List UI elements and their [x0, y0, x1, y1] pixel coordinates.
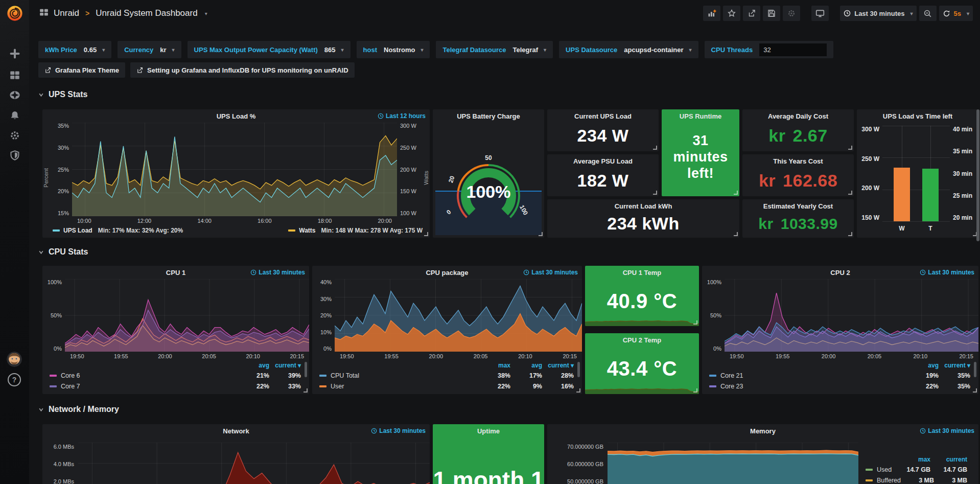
panel-title[interactable]: CPU 1	[166, 269, 185, 276]
legend-column-header[interactable]: avg	[238, 362, 269, 369]
panel-title[interactable]: Uptime	[477, 427, 500, 435]
legend-series-name[interactable]: Core 23	[709, 383, 907, 390]
panel-title[interactable]: Average PSU Load	[573, 157, 633, 165]
variable-value-dropdown[interactable]: 865▾	[324, 46, 344, 54]
panel-title[interactable]: UPS Load vs Time left	[883, 112, 952, 120]
cpu-package-chart-plot[interactable]	[335, 279, 582, 352]
memory-chart-plot[interactable]	[608, 443, 858, 484]
explore-compass-icon[interactable]	[8, 88, 21, 102]
tick-label: 4.0 MBs	[54, 461, 74, 467]
network-chart-plot[interactable]	[78, 443, 430, 484]
create-plus-icon[interactable]	[8, 47, 21, 60]
chart-legend: UPS LoadMin: 17% Max: 32% Avg: 20% Watts…	[42, 225, 430, 238]
panel-title[interactable]: Average Daily Cost	[768, 112, 828, 120]
link-ups-monitoring-guide[interactable]: Setting up Grafana and InfluxDB for UPS …	[130, 62, 355, 78]
cpu-threads-input[interactable]	[759, 43, 827, 56]
panel-time-range[interactable]: Last 12 hours	[378, 112, 426, 120]
share-button[interactable]	[743, 6, 760, 21]
cpu1-chart-plot[interactable]	[65, 279, 309, 352]
panel-title[interactable]: CPU 2 Temp	[623, 336, 662, 344]
link-grafana-plex-theme[interactable]: Grafana Plex Theme	[38, 62, 125, 78]
server-admin-shield-icon[interactable]	[8, 149, 21, 162]
time-range-picker[interactable]: Last 30 minutes ▾	[840, 6, 916, 21]
dashboard-settings-button[interactable]	[783, 6, 800, 21]
refresh-button[interactable]: 5s ▾	[939, 6, 973, 21]
user-avatar[interactable]	[7, 352, 22, 367]
zoom-out-button[interactable]	[919, 6, 937, 21]
legend-scrollbar[interactable]	[974, 362, 976, 377]
alerting-bell-icon[interactable]	[8, 109, 21, 122]
panel-title[interactable]: This Years Cost	[773, 157, 823, 165]
variable-value-dropdown[interactable]: kr▾	[160, 46, 174, 54]
add-panel-button[interactable]	[703, 6, 720, 21]
legend-swatch	[866, 469, 873, 471]
legend-swatch	[709, 385, 716, 387]
panel-title[interactable]: UPS Runtime	[680, 112, 721, 120]
panel-this-years-cost: This Years Cost kr162.68	[742, 154, 854, 196]
legend-column-header[interactable]: avg	[907, 362, 939, 369]
legend-column-header[interactable]: max	[894, 456, 930, 463]
panel-title[interactable]: UPS Load %	[217, 112, 256, 120]
variable-value-dropdown[interactable]: Nostromo▾	[384, 46, 423, 54]
tick-label: 200 W	[400, 167, 416, 173]
chevron-down-icon: ▾	[967, 11, 969, 16]
star-button[interactable]	[723, 6, 740, 21]
panel-title[interactable]: CPU 2	[830, 269, 850, 276]
panel-title[interactable]: UPS Battery Charge	[457, 112, 520, 120]
panel-time-range[interactable]: Last 30 minutes	[920, 427, 974, 434]
panel-time-range[interactable]: Last 30 minutes	[371, 427, 426, 434]
apps-grid-icon[interactable]	[39, 8, 49, 19]
panel-title[interactable]: Current Load kWh	[615, 202, 672, 210]
section-ups-stats[interactable]: UPS Stats	[38, 89, 87, 100]
save-button[interactable]	[763, 6, 780, 21]
panel-time-range[interactable]: Last 30 minutes	[920, 269, 974, 276]
legend-series-name[interactable]: Core 21	[709, 372, 907, 379]
legend-column-header[interactable]: current ▾	[939, 362, 970, 369]
configuration-gear-icon[interactable]	[8, 129, 21, 142]
grafana-logo-icon[interactable]	[6, 4, 24, 22]
breadcrumb-dashboard-title[interactable]: Unraid System Dashboard	[96, 8, 197, 18]
legend-column-header[interactable]: avg	[510, 362, 542, 369]
legend-series-name[interactable]: Core 7	[50, 383, 238, 390]
breadcrumb-folder[interactable]: Unraid	[54, 8, 79, 18]
section-network-memory[interactable]: Network / Memory	[38, 404, 119, 415]
y-axis-ticks-left: 6.0 MBs4.0 MBs2.0 MBs	[42, 437, 78, 484]
battery-gauge[interactable]: 50 20 0 100 100%	[433, 123, 544, 238]
legend-column-header[interactable]: max	[479, 362, 510, 369]
section-cpu-stats[interactable]: CPU Stats	[38, 246, 88, 258]
variable-value-dropdown[interactable]: 0.65▾	[84, 46, 105, 54]
legend-item-watts[interactable]: WattsMin: 148 W Max: 278 W Avg: 175 W	[288, 227, 423, 234]
legend-scrollbar[interactable]	[577, 362, 580, 377]
help-icon[interactable]: ?	[8, 373, 21, 386]
legend-series-name[interactable]: Used	[866, 466, 894, 473]
panel-time-range[interactable]: Last 30 minutes	[523, 269, 578, 276]
dashboards-icon[interactable]	[8, 68, 21, 82]
panel-title[interactable]: Estimated Yearly Cost	[763, 202, 833, 210]
panel-title[interactable]: Current UPS Load	[574, 112, 632, 120]
legend-series-name[interactable]: User	[319, 383, 479, 390]
chevron-down-icon[interactable]: ▾	[205, 11, 207, 16]
panel-title[interactable]: Network	[223, 427, 249, 435]
page-scrollbar[interactable]	[976, 109, 979, 241]
bar-W[interactable]: W	[894, 126, 910, 221]
legend-column-header[interactable]: current ▾	[269, 362, 301, 369]
panel-time-range[interactable]: Last 30 minutes	[250, 269, 305, 276]
legend-series-name[interactable]: CPU Total	[319, 372, 479, 379]
variable-value-dropdown[interactable]: Telegraf▾	[512, 46, 546, 54]
legend-series-name[interactable]: Buffered	[866, 477, 901, 484]
bar-chart-plot[interactable]: WT	[882, 126, 950, 221]
panel-title[interactable]: CPU 1 Temp	[623, 269, 662, 276]
tick-label: 0%	[323, 345, 332, 352]
legend-item-ups-load[interactable]: UPS LoadMin: 17% Max: 32% Avg: 20%	[53, 227, 183, 234]
legend-series-name[interactable]: Core 6	[50, 372, 238, 379]
cpu2-chart-plot[interactable]	[725, 279, 978, 352]
legend-column-header[interactable]: current ▾	[542, 362, 574, 369]
bar-T[interactable]: T	[922, 126, 939, 221]
variable-value-dropdown[interactable]: apcupsd-container▾	[624, 46, 691, 54]
legend-scrollbar[interactable]	[305, 362, 307, 377]
panel-title[interactable]: Memory	[750, 427, 776, 435]
legend-column-header[interactable]: current	[930, 456, 967, 463]
panel-title[interactable]: CPU package	[426, 269, 468, 276]
tv-cycle-button[interactable]	[811, 6, 829, 21]
ups-load-chart-plot[interactable]	[72, 123, 397, 216]
